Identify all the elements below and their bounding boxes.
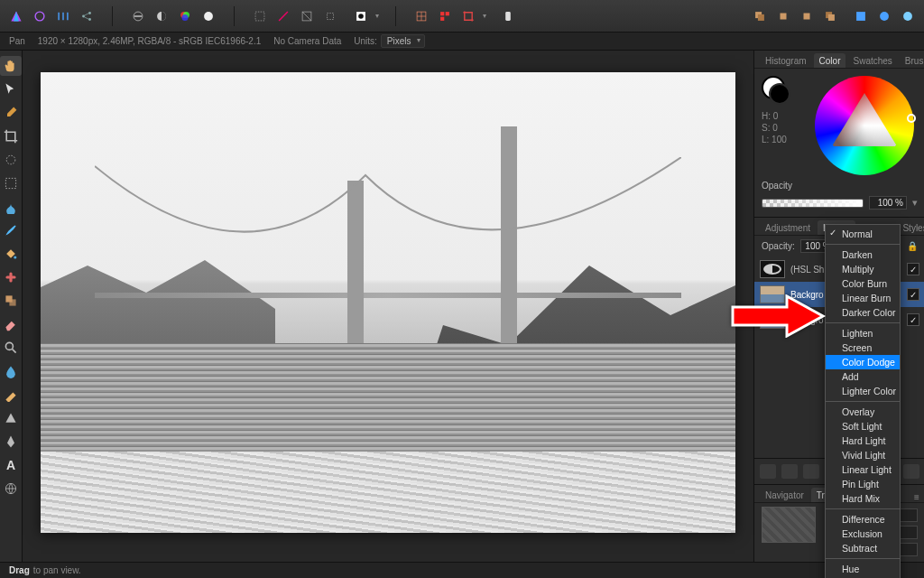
blend-mode-item[interactable]: Subtract [826, 541, 900, 555]
blend-mode-item[interactable]: Normal [826, 227, 900, 241]
studio-toggle-1-icon[interactable] [852, 7, 870, 25]
status-hint-bold: Drag [9, 565, 30, 575]
color-balance-icon[interactable] [176, 7, 194, 25]
tab-brushes[interactable]: Brushes [900, 53, 924, 68]
pen-tool[interactable] [0, 432, 22, 452]
persona-liquify-icon[interactable] [54, 7, 72, 25]
crop-tool-icon[interactable] [459, 7, 477, 25]
blur-tool[interactable] [0, 361, 22, 381]
move-tool[interactable] [0, 79, 22, 99]
grid-red-icon[interactable] [436, 7, 454, 25]
top-toolbar: ▾ ▾ [0, 0, 924, 33]
share-icon[interactable] [78, 7, 96, 25]
selection-brush-tool[interactable] [0, 150, 22, 170]
blend-mode-item[interactable]: Darken [826, 247, 900, 262]
tab-color[interactable]: Color [814, 53, 846, 68]
tab-swatches[interactable]: Swatches [847, 53, 897, 68]
color-picker-tool[interactable] [0, 103, 22, 123]
arrange-forward-icon[interactable] [798, 7, 816, 25]
lock-icon[interactable]: 🔒 [907, 241, 918, 251]
layer-visibility-checkbox[interactable]: ✓ [907, 263, 919, 275]
selection-rect-icon[interactable] [251, 7, 269, 25]
healing-brush-tool[interactable] [0, 267, 22, 287]
blend-mode-item[interactable]: Difference [826, 512, 900, 527]
smudge-tool[interactable] [0, 385, 22, 405]
shapes-tool[interactable] [0, 408, 22, 428]
document-canvas[interactable] [41, 72, 735, 533]
pan-tool[interactable] [0, 56, 22, 76]
arrange-front-icon[interactable] [821, 7, 839, 25]
blend-mode-item[interactable]: Color Dodge [826, 355, 900, 369]
tab-histogram[interactable]: Histogram [760, 53, 812, 68]
delete-layer-icon[interactable] [903, 464, 919, 479]
blend-mode-item[interactable]: Hue [826, 562, 900, 576]
blend-mode-item[interactable]: Color Burn [826, 276, 900, 291]
fill-tool[interactable] [0, 244, 22, 264]
blend-mode-item[interactable]: Screen [826, 340, 900, 355]
blend-mode-item[interactable]: Pin Light [826, 477, 900, 491]
studio-toggle-2-icon[interactable] [875, 7, 893, 25]
blend-mode-item[interactable]: Exclusion [826, 527, 900, 541]
assistant-icon[interactable] [499, 7, 517, 25]
color-wheel[interactable] [815, 76, 914, 175]
svg-marker-41 [5, 413, 15, 422]
selection-diagonal-icon[interactable] [274, 7, 292, 25]
crop-tool[interactable] [0, 126, 22, 146]
layer-visibility-checkbox[interactable]: ✓ [907, 313, 919, 326]
app-logo-icon[interactable] [7, 7, 25, 25]
quickmask-icon[interactable] [352, 7, 370, 25]
units-dropdown[interactable]: Pixels [381, 34, 425, 48]
opacity-value[interactable]: 100 % [869, 196, 907, 210]
studio-toggle-3-icon[interactable] [899, 7, 917, 25]
blend-mode-item[interactable]: Overlay [826, 405, 900, 419]
levels-icon[interactable] [129, 7, 147, 25]
opacity-dropdown-icon[interactable]: ▾ [912, 197, 918, 209]
blend-mode-item[interactable]: Hard Light [826, 434, 900, 448]
blend-mode-menu[interactable]: NormalDarkenMultiplyColor BurnLinear Bur… [825, 224, 901, 578]
anchor-selector[interactable] [762, 507, 816, 543]
status-bar: Drag to pan view. [0, 562, 924, 578]
arrange-backward-icon[interactable] [774, 7, 792, 25]
paint-brush-tool[interactable] [0, 220, 22, 240]
blend-mode-item[interactable]: Darker Color [826, 305, 900, 320]
blend-mode-item[interactable]: Lighter Color [826, 384, 900, 398]
dodge-tool[interactable] [0, 338, 22, 358]
mask-layer-icon[interactable] [760, 464, 776, 479]
blend-mode-item[interactable]: Multiply [826, 262, 900, 276]
clone-tool[interactable] [0, 291, 22, 311]
blend-mode-item[interactable]: Linear Burn [826, 291, 900, 305]
marquee-tool[interactable] [0, 173, 22, 193]
foreground-background-swatch[interactable] [762, 76, 785, 99]
opacity-slider[interactable] [762, 199, 864, 208]
arrange-back-icon[interactable] [751, 7, 769, 25]
layer-visibility-checkbox[interactable]: ✓ [907, 288, 919, 301]
white-balance-icon[interactable] [199, 7, 217, 25]
fx-layer-icon[interactable] [803, 464, 819, 479]
selection-invert-icon[interactable] [298, 7, 316, 25]
canvas-area[interactable] [23, 51, 753, 562]
blend-mode-item[interactable]: Vivid Light [826, 448, 900, 462]
blend-mode-item[interactable]: Linear Light [826, 462, 900, 477]
selection-grow-icon[interactable] [321, 7, 339, 25]
tab-navigator[interactable]: Navigator [760, 488, 809, 502]
text-tool[interactable]: A [0, 455, 22, 475]
exposure-icon[interactable] [152, 7, 171, 25]
svg-marker-1 [14, 11, 19, 21]
tab-adjustment[interactable]: Adjustment [760, 220, 816, 235]
export-persona-tool[interactable] [0, 479, 22, 499]
erase-tool[interactable] [0, 314, 22, 334]
svg-line-14 [279, 12, 288, 21]
panel-menu-icon[interactable]: ≡ [909, 492, 924, 502]
blend-mode-item[interactable]: Lighten [826, 326, 900, 340]
svg-rect-21 [446, 12, 449, 15]
flood-select-tool[interactable] [0, 197, 22, 217]
svg-rect-39 [9, 299, 15, 305]
grid-orange-icon[interactable] [412, 7, 430, 25]
blend-mode-item[interactable]: Hard Mix [826, 491, 900, 506]
adjustment-layer-icon[interactable] [781, 464, 798, 479]
blend-mode-item[interactable]: Soft Light [826, 419, 900, 434]
persona-photo-icon[interactable] [31, 7, 49, 25]
blend-mode-item[interactable]: Add [826, 369, 900, 384]
tool-mode-label: Pan [9, 36, 25, 46]
tab-styles[interactable]: Styles [897, 220, 924, 235]
